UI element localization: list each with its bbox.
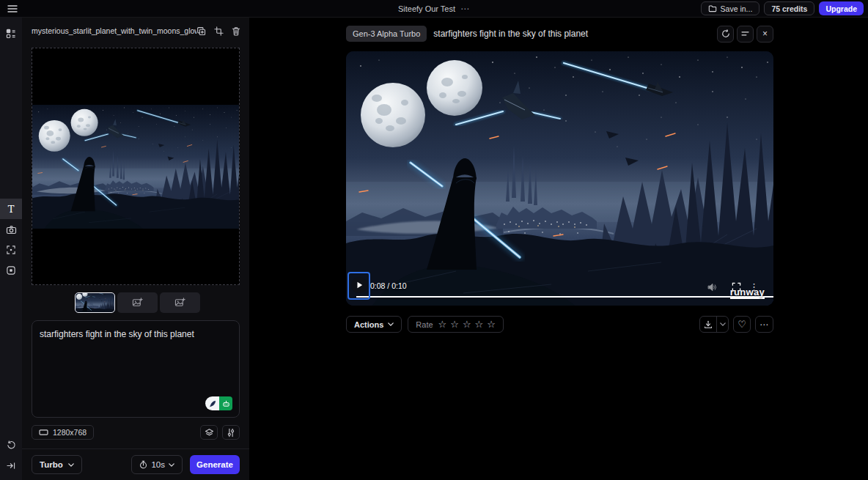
crop-asset-icon[interactable] [214,26,224,36]
video-frame [346,51,773,306]
landscape-ratio-icon [39,429,48,436]
expand-arrows-icon [6,245,16,255]
resolution-selector[interactable]: 1280x768 [32,425,94,440]
add-image-icon [132,298,143,308]
frames-icon [6,265,16,276]
history-button[interactable] [0,435,22,455]
project-title-menu[interactable]: ⋯ [460,4,470,14]
volume-icon [707,283,718,292]
project-title: Siteefy Our Test [398,4,455,13]
actions-label: Actions [354,320,383,329]
add-image-icon [174,298,185,308]
chevron-down-icon [169,463,174,467]
regenerate-button[interactable] [717,26,734,43]
asset-header: mysterious_starlit_planet_with_twin_moon… [32,24,240,37]
camera-icon [6,225,17,235]
star-icon[interactable]: ☆ [475,320,484,329]
hamburger-menu-icon[interactable] [6,2,19,15]
video-player[interactable]: 0:08 / 0:10 ⋮ runway [346,51,773,306]
keyframe-thumbnail [75,292,115,313]
expand-tool-button[interactable] [0,240,22,260]
chevron-down-icon [68,463,74,467]
star-icon[interactable]: ☆ [450,320,459,329]
input-image [32,105,239,229]
video-progress-bar[interactable] [356,296,773,298]
play-button[interactable] [351,277,367,293]
save-in-label: Save in... [721,4,753,13]
tool-rail: T [0,18,22,480]
generation-view: Gen-3 Alpha Turbo starfighters fight in … [249,18,868,480]
folder-icon [708,4,717,12]
prompt-input[interactable]: starfighters fight in the sky of this pl… [32,320,240,418]
keyframe-slot-last[interactable] [160,292,200,313]
star-icon[interactable]: ☆ [487,320,496,329]
download-split-button [699,316,729,333]
collapse-sidebar-button[interactable] [0,455,22,476]
refresh-icon [721,29,730,38]
asset-filename: mysterious_starlit_planet_with_twin_moon… [32,26,196,35]
runway-watermark: runway [730,287,765,299]
close-icon: × [762,29,768,39]
credits-label: 75 credits [771,4,807,13]
details-button[interactable] [737,26,754,43]
settings-sliders-icon [227,428,235,437]
volume-button[interactable] [707,283,718,292]
download-options-button[interactable] [716,317,728,332]
robot-icon [219,396,232,410]
delete-asset-icon[interactable] [232,26,240,36]
topbar: Siteefy Our Test ⋯ Save in... 75 credits… [0,0,868,18]
generation-actions-row: Actions Rate ☆ ☆ ☆ ☆ ☆ ♡ ⋯ [346,316,773,333]
generation-prompt: starfighters fight in the sky of this pl… [433,29,588,39]
history-icon [7,440,16,450]
close-button[interactable]: × [757,26,773,43]
input-image-preview[interactable] [32,48,240,285]
rate-widget: Rate ☆ ☆ ☆ ☆ ☆ [408,316,504,333]
download-icon [704,320,713,329]
save-in-button[interactable]: Save in... [701,1,760,15]
keyframe-slot-first[interactable] [75,292,115,313]
model-badge: Gen-3 Alpha Turbo [346,26,427,42]
more-icon: ⋯ [760,320,769,329]
duplicate-asset-icon[interactable] [196,26,206,36]
credits-badge[interactable]: 75 credits [764,1,814,15]
model-label: Turbo [40,460,63,469]
writing-assistant-extension[interactable] [205,396,232,410]
output-settings-row: 1280x768 [32,425,240,440]
settings-sliders-button[interactable] [222,425,240,440]
star-icon[interactable]: ☆ [438,320,447,329]
generate-button[interactable]: Generate [190,455,240,474]
layers-button[interactable] [200,425,218,440]
generate-bar: Turbo 10s Generate [22,448,249,480]
keyframe-slots [75,292,200,313]
favorite-button[interactable]: ♡ [733,316,751,333]
text-tool-button[interactable]: T [0,199,22,219]
prompt-text: starfighters fight in the sky of this pl… [40,329,232,341]
camera-tool-button[interactable] [0,219,22,240]
collapse-sidebar-icon [7,462,15,470]
duration-selector[interactable]: 10s [131,455,183,474]
assets-icon[interactable] [0,23,22,44]
frames-tool-button[interactable] [0,260,22,281]
details-lines-icon [741,31,749,37]
play-icon [356,281,363,289]
more-options-button[interactable]: ⋯ [755,316,773,333]
text-tool-icon: T [8,204,15,215]
resolution-label: 1280x768 [53,428,87,437]
actions-dropdown[interactable]: Actions [346,316,402,333]
model-selector[interactable]: Turbo [32,455,82,474]
stopwatch-icon [139,460,147,469]
chevron-down-icon [720,322,726,326]
quill-icon [205,396,219,410]
keyframe-slot-middle[interactable] [117,292,158,313]
star-icon[interactable]: ☆ [463,320,471,329]
chevron-down-icon [388,322,394,326]
duration-label: 10s [151,460,165,469]
video-timestamp: 0:08 / 0:10 [370,281,407,290]
download-button[interactable] [700,317,716,332]
input-panel: mysterious_starlit_planet_with_twin_moon… [22,18,249,480]
heart-icon: ♡ [738,320,746,329]
upgrade-button[interactable]: Upgrade [819,1,864,15]
rate-label: Rate [416,320,433,329]
layers-icon [205,428,214,437]
generation-header: Gen-3 Alpha Turbo starfighters fight in … [346,25,773,43]
